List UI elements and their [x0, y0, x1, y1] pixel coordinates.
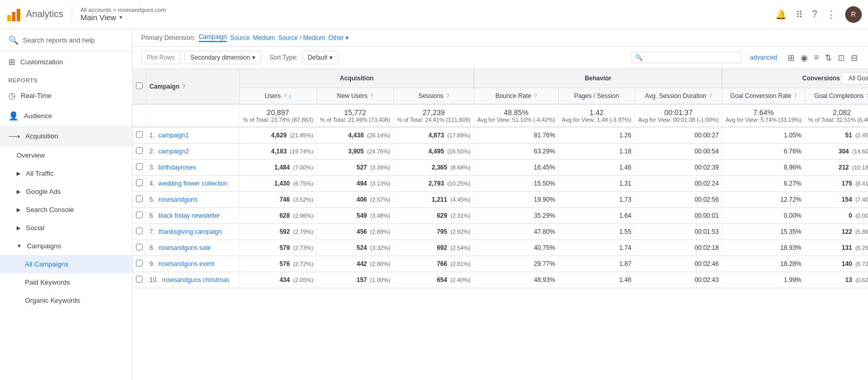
totals-new-users-sub: % of Total: 21.49% (73,408) [320, 117, 391, 123]
dim-campaign-link[interactable]: Campaign [199, 33, 227, 42]
acquisition-label: Acquisition [25, 132, 58, 140]
row-goal-conversion: 6.76% [722, 144, 805, 160]
th-avg-session: Avg. Session Duration ? [635, 88, 722, 105]
campaign-name-link[interactable]: rosesandguns sale [158, 244, 211, 251]
plot-rows-button[interactable]: Plot Rows [141, 51, 181, 64]
row-bounce-rate: 19.90% [474, 192, 558, 208]
row-checkbox[interactable] [136, 244, 143, 250]
secondary-dimension-button[interactable]: Secondary dimension ▾ [185, 51, 261, 64]
dim-other-link[interactable]: Other ▾ [328, 34, 349, 41]
help-icon[interactable]: ? [812, 9, 817, 20]
row-checkbox-cell[interactable] [133, 256, 146, 272]
th-conversions-group: Conversions All Goals [722, 69, 868, 88]
secondary-dim-arrow: ▾ [252, 54, 255, 61]
row-checkbox[interactable] [136, 131, 143, 138]
analytics-logo-icon [6, 7, 22, 22]
row-checkbox-cell[interactable] [133, 240, 146, 256]
sidebar-item-paid-keywords[interactable]: Paid Keywords [0, 273, 132, 291]
sort-default-button[interactable]: Default ▾ [302, 51, 338, 64]
campaign-name-link[interactable]: campaign2 [158, 148, 189, 155]
row-checkbox[interactable] [136, 179, 143, 186]
select-all-checkbox[interactable] [136, 82, 143, 89]
breadcrumb-dropdown-icon[interactable]: ▼ [118, 15, 123, 20]
row-checkbox-cell[interactable] [133, 192, 146, 208]
totals-avgsession-val: 00:01:37 [638, 108, 719, 117]
table-view-icon[interactable]: ≡ [812, 52, 821, 64]
totals-checkbox-cell [133, 104, 146, 127]
person-icon: 👤 [8, 111, 19, 121]
all-campaigns-label: All Campaigns [25, 260, 68, 268]
dim-source-medium-link[interactable]: Source / Medium [278, 34, 325, 41]
row-checkbox-cell[interactable] [133, 160, 146, 176]
row-checkbox[interactable] [136, 276, 143, 283]
grid-view-icon[interactable]: ⊞ [786, 52, 796, 64]
row-checkbox[interactable] [136, 260, 143, 266]
pie-view-icon[interactable]: ◉ [798, 52, 810, 64]
th-users: Users ? ↓ [240, 88, 317, 105]
campaign-name-link[interactable]: rosesandguns [158, 196, 197, 203]
sidebar-item-customization[interactable]: ⊞ Customization [0, 52, 132, 72]
users-sort-icon: ↓ [288, 92, 292, 100]
sidebar-search-area[interactable]: 🔍 Search reports and help [0, 29, 132, 52]
row-users: 4,183 (19.74%) [240, 144, 317, 160]
row-checkbox-cell[interactable] [133, 272, 146, 288]
row-bounce-rate: 15.50% [474, 176, 558, 192]
lifetime-view-icon[interactable]: ⊟ [849, 52, 860, 64]
sidebar-item-campaigns[interactable]: ▼ Campaigns [0, 237, 132, 255]
row-checkbox-cell[interactable] [133, 144, 146, 160]
campaign-name-link[interactable]: wedding flower collection [158, 180, 227, 187]
more-vert-icon[interactable]: ⋮ [826, 9, 836, 20]
dim-source-link[interactable]: Source [230, 34, 250, 41]
campaign-name-link[interactable]: black friday newsletter [158, 212, 220, 219]
bell-icon[interactable]: 🔔 [775, 9, 787, 20]
row-checkbox[interactable] [136, 195, 143, 202]
totals-users-cell: 20,897 % of Total: 23.78% (87,863) [240, 104, 317, 127]
grid-icon[interactable]: ⠿ [796, 9, 803, 20]
sidebar-item-acquisition[interactable]: ⟶ Acquisition [0, 126, 132, 146]
campaign-name-link[interactable]: rosesandguns event [158, 260, 214, 268]
totals-bounce-cell: 48.85% Avg for View: 51.10% (-4.42%) [474, 104, 558, 127]
sidebar-item-organic-keywords[interactable]: Organic Keywords [0, 291, 132, 309]
pivot-view-icon[interactable]: ⊡ [836, 52, 847, 64]
row-goal-completions: 175 (8.41%) [805, 176, 868, 192]
row-checkbox-cell[interactable] [133, 224, 146, 240]
campaign-name-link[interactable]: rosesandguns christmas [162, 276, 229, 284]
row-pages-session: 1.46 [558, 160, 635, 176]
secondary-dim-label: Secondary dimension [190, 54, 250, 61]
table-search-box[interactable]: 🔍 [631, 52, 742, 63]
primary-dim-label: Primary Dimension: [141, 34, 196, 41]
row-checkbox-cell[interactable] [133, 127, 146, 144]
sidebar-item-all-campaigns[interactable]: All Campaigns [0, 255, 132, 273]
dim-medium-link[interactable]: Medium [253, 34, 275, 41]
th-goal-conversion: Goal Conversion Rate ? [722, 88, 805, 105]
sidebar-item-all-traffic[interactable]: ▶ All Traffic [0, 164, 132, 182]
row-goal-completions: 304 (14.60%) [805, 144, 868, 160]
customization-label: Customization [20, 58, 63, 66]
row-checkbox-cell[interactable] [133, 208, 146, 224]
row-checkbox[interactable] [136, 147, 143, 154]
top-header: Analytics All accounts > rosesandguns.co… [0, 0, 868, 29]
sidebar-item-overview[interactable]: Overview [0, 146, 132, 164]
sidebar-item-audience[interactable]: 👤 Audience [0, 106, 132, 126]
sidebar-item-search-console[interactable]: ▶ Search Console [0, 201, 132, 219]
campaign-name-link[interactable]: thanksgiving campaign [158, 228, 222, 235]
row-checkbox[interactable] [136, 212, 143, 218]
sidebar-item-google-ads[interactable]: ▶ Google Ads [0, 182, 132, 201]
totals-pages-val: 1.42 [562, 108, 631, 117]
campaign-info-icon[interactable]: ? [182, 84, 185, 90]
sidebar-item-social[interactable]: ▶ Social [0, 219, 132, 237]
table-search-input[interactable] [645, 54, 738, 61]
row-checkbox-cell[interactable] [133, 176, 146, 192]
user-avatar[interactable]: R [845, 6, 862, 23]
sidebar-item-realtime[interactable]: ◷ Real-Time [0, 86, 132, 106]
sidebar-search-text[interactable]: Search reports and help [23, 36, 95, 44]
campaign-name-link[interactable]: campaign1 [158, 132, 189, 139]
advanced-link[interactable]: advanced [750, 54, 777, 61]
row-new-users: 3,905 (24.76%) [316, 144, 394, 160]
all-goals-select[interactable]: All Goals [842, 72, 868, 85]
row-checkbox[interactable] [136, 228, 143, 234]
comparison-view-icon[interactable]: ⇅ [823, 52, 834, 64]
campaign-name-link[interactable]: birthdayroses [158, 164, 196, 171]
breadcrumb-main[interactable]: Main View ▼ [80, 13, 166, 22]
row-checkbox[interactable] [136, 163, 143, 170]
